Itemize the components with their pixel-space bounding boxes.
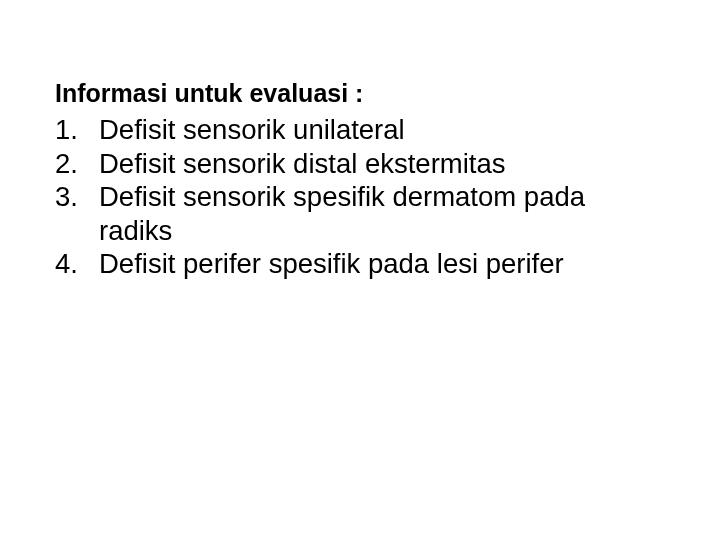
list-item: 2. Defisit sensorik distal ekstermitas bbox=[55, 147, 665, 181]
list-item-number: 4. bbox=[55, 247, 99, 281]
numbered-list: 1. Defisit sensorik unilateral 2. Defisi… bbox=[55, 113, 665, 281]
list-item-text: Defisit perifer spesifik pada lesi perif… bbox=[99, 247, 665, 281]
list-item: 4. Defisit perifer spesifik pada lesi pe… bbox=[55, 247, 665, 281]
list-item-number: 3. bbox=[55, 180, 99, 214]
list-item-text: Defisit sensorik distal ekstermitas bbox=[99, 147, 665, 181]
list-item-text: Defisit sensorik spesifik dermatom pada … bbox=[99, 180, 665, 247]
list-item: 1. Defisit sensorik unilateral bbox=[55, 113, 665, 147]
slide-heading: Informasi untuk evaluasi : bbox=[55, 78, 665, 109]
slide: Informasi untuk evaluasi : 1. Defisit se… bbox=[0, 0, 720, 540]
list-item: 3. Defisit sensorik spesifik dermatom pa… bbox=[55, 180, 665, 247]
list-item-number: 2. bbox=[55, 147, 99, 181]
list-item-number: 1. bbox=[55, 113, 99, 147]
list-item-text: Defisit sensorik unilateral bbox=[99, 113, 665, 147]
